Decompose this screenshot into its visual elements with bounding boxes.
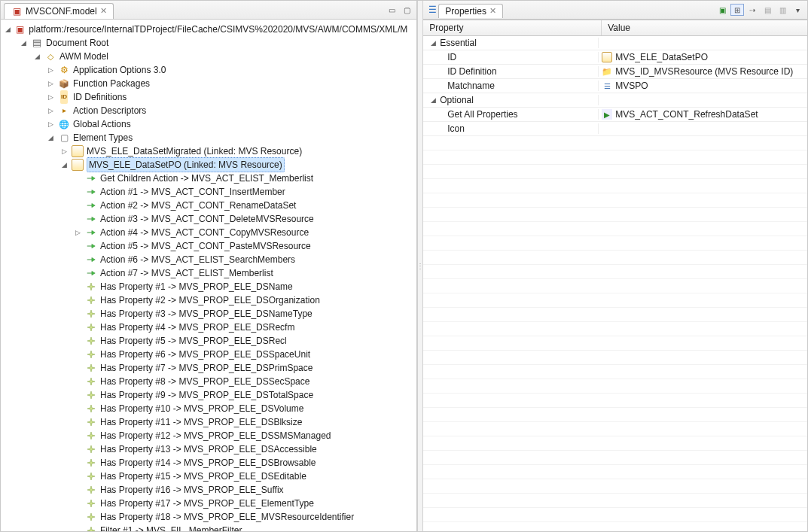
property-row[interactable]: Matchname☰MVSPO: [423, 79, 807, 93]
expand-icon[interactable]: ▷: [73, 226, 82, 239]
property-item[interactable]: Has Property #7 -> MVS_PROP_ELE_DSPrimSp…: [100, 361, 313, 375]
property-item[interactable]: Has Property #6 -> MVS_PROP_ELE_DSSpaceU…: [100, 348, 310, 361]
property-item[interactable]: Has Property #1 -> MVS_PROP_ELE_DSName: [100, 280, 293, 293]
tree-item[interactable]: Function Packages: [73, 77, 150, 90]
property-icon: [85, 348, 97, 360]
col-property[interactable]: Property: [423, 20, 602, 35]
property-item[interactable]: Has Property #16 -> MVS_PROP_ELE_Suffix: [100, 483, 284, 497]
expand-icon[interactable]: ▷: [46, 77, 55, 90]
toolbar-button[interactable]: ⊞: [730, 4, 744, 16]
toolbar-button[interactable]: ▣: [715, 4, 729, 16]
blank-row: [423, 379, 807, 394]
editor-tabbar: MVSCONF.model ✕ ▭ ▢: [1, 1, 416, 20]
view-menu-button[interactable]: ▾: [791, 4, 804, 16]
text-icon: ☰: [602, 81, 612, 91]
blank-row: [423, 508, 807, 522]
tree-item[interactable]: Global Actions: [73, 117, 131, 131]
expand-icon[interactable]: ▷: [46, 104, 55, 117]
property-group[interactable]: ◢Optional: [423, 93, 807, 108]
expand-icon[interactable]: ◢: [19, 36, 28, 50]
resource-path[interactable]: platform:/resource/InternalTDProject/Fil…: [29, 23, 407, 36]
property-key: ID Definition: [429, 66, 496, 77]
property-item[interactable]: Has Property #11 -> MVS_PROP_ELE_DSBlksi…: [100, 415, 302, 429]
node-element-selected[interactable]: MVS_ELE_DataSetPO (Linked: MVS Resource): [87, 157, 285, 172]
property-item[interactable]: Has Property #12 -> MVS_PROP_ELE_DSSMSMa…: [100, 429, 331, 442]
property-icon: [85, 375, 97, 388]
action-item[interactable]: Action #4 -> MVS_ACT_CONT_CopyMVSResourc…: [100, 226, 309, 239]
maximize-button[interactable]: ▢: [400, 4, 413, 16]
property-icon: [85, 362, 97, 374]
property-row[interactable]: Get All Properties▶MVS_ACT_CONT_RefreshD…: [423, 108, 807, 122]
expand-icon[interactable]: ▷: [59, 144, 69, 158]
property-item[interactable]: Has Property #17 -> MVS_PROP_ELE_Element…: [100, 497, 314, 510]
node-element-types[interactable]: Element Types: [73, 131, 133, 144]
property-item[interactable]: Has Property #9 -> MVS_PROP_ELE_DSTotalS…: [100, 388, 313, 402]
node-element[interactable]: MVS_ELE_DataSetMigrated (Linked: MVS Res…: [87, 144, 302, 158]
expand-icon[interactable]: ◢: [32, 50, 41, 63]
filter-item[interactable]: Filter #1 -> MVS_FIL_MemberFilter: [100, 524, 242, 531]
document-icon: [31, 37, 43, 49]
action-item[interactable]: Get Children Action -> MVS_ACT_ELIST_Mem…: [100, 172, 313, 185]
properties-body: ◢EssentialIDMVS_ELE_DataSetPOID Definiti…: [423, 36, 807, 531]
property-row[interactable]: ID Definition📁MVS_ID_MVSResource (MVS Re…: [423, 65, 807, 79]
blank-row: [423, 150, 807, 165]
blank-row: [423, 308, 807, 322]
property-item[interactable]: Has Property #14 -> MVS_PROP_ELE_DSBrows…: [100, 456, 316, 470]
property-row[interactable]: Icon: [423, 122, 807, 136]
toolbar-button[interactable]: ▥: [776, 4, 789, 16]
property-item[interactable]: Has Property #10 -> MVS_PROP_ELE_DSVolum…: [100, 402, 303, 415]
tree-item[interactable]: Action Descriptors: [73, 104, 146, 117]
minimize-button[interactable]: ▭: [385, 4, 398, 16]
blank-row: [423, 451, 807, 465]
property-item[interactable]: Has Property #15 -> MVS_PROP_ELE_DSEdita…: [100, 470, 306, 483]
property-item[interactable]: Has Property #3 -> MVS_PROP_ELE_DSNameTy…: [100, 307, 313, 321]
outline-tree[interactable]: ◢ platform:/resource/InternalTDProject/F…: [4, 23, 413, 531]
blank-row: [423, 165, 807, 179]
expand-icon[interactable]: ◢: [59, 158, 69, 172]
action-item[interactable]: Action #5 -> MVS_ACT_CONT_PasteMVSResour…: [100, 239, 311, 253]
property-icon: [85, 497, 97, 509]
editor-tab[interactable]: MVSCONF.model ✕: [4, 3, 114, 19]
property-key: Icon: [429, 123, 465, 134]
expand-icon[interactable]: ◢: [46, 131, 55, 144]
property-icon: [85, 484, 97, 496]
action-item[interactable]: Action #1 -> MVS_ACT_CONT_InsertMember: [100, 185, 285, 199]
property-item[interactable]: Has Property #18 -> MVS_PROP_ELE_MVSReso…: [100, 510, 354, 524]
property-item[interactable]: Has Property #13 -> MVS_PROP_ELE_DSAcces…: [100, 442, 317, 456]
close-icon[interactable]: ✕: [100, 6, 107, 16]
property-item[interactable]: Has Property #2 -> MVS_PROP_ELE_DSOrgani…: [100, 293, 320, 307]
properties-tab[interactable]: Properties ✕: [438, 4, 503, 18]
package-icon: [58, 78, 70, 90]
blank-row: [423, 408, 807, 422]
toolbar-button[interactable]: ▤: [761, 4, 774, 16]
property-row[interactable]: IDMVS_ELE_DataSetPO: [423, 50, 807, 65]
action-item[interactable]: Action #3 -> MVS_ACT_CONT_DeleteMVSResou…: [100, 212, 314, 226]
action-item[interactable]: Action #2 -> MVS_ACT_CONT_RenameDataSet: [100, 199, 296, 212]
blank-row: [423, 279, 807, 293]
property-item[interactable]: Has Property #5 -> MVS_PROP_ELE_DSRecl: [100, 334, 287, 348]
action-item[interactable]: Action #7 -> MVS_ACT_ELIST_Memberlist: [100, 266, 273, 280]
blank-row: [423, 236, 807, 251]
col-value[interactable]: Value: [602, 20, 807, 35]
property-icon: [85, 470, 97, 482]
blank-row: [423, 422, 807, 436]
property-item[interactable]: Has Property #8 -> MVS_PROP_ELE_DSSecSpa…: [100, 375, 309, 388]
property-icon: [85, 335, 97, 347]
node-document-root[interactable]: Document Root: [46, 36, 108, 50]
tree-item[interactable]: Application Options 3.0: [73, 63, 166, 77]
node-awm-model[interactable]: AWM Model: [59, 50, 108, 63]
tree-item[interactable]: ID Definitions: [73, 90, 127, 104]
property-icon: [85, 416, 97, 428]
property-group[interactable]: ◢Essential: [423, 36, 807, 50]
toolbar-button[interactable]: ⇢: [745, 4, 759, 16]
expand-icon[interactable]: ▷: [46, 117, 55, 131]
close-icon[interactable]: ✕: [489, 6, 496, 16]
splitter[interactable]: [417, 1, 423, 531]
properties-icon: ☰: [426, 4, 438, 16]
expand-icon[interactable]: ◢: [5, 23, 11, 36]
action-item[interactable]: Action #6 -> MVS_ACT_ELIST_SearchMembers: [100, 253, 295, 266]
expand-icon[interactable]: ▷: [46, 90, 55, 104]
blank-row: [423, 222, 807, 236]
property-item[interactable]: Has Property #4 -> MVS_PROP_ELE_DSRecfm: [100, 321, 294, 334]
expand-icon[interactable]: ▷: [46, 63, 55, 77]
